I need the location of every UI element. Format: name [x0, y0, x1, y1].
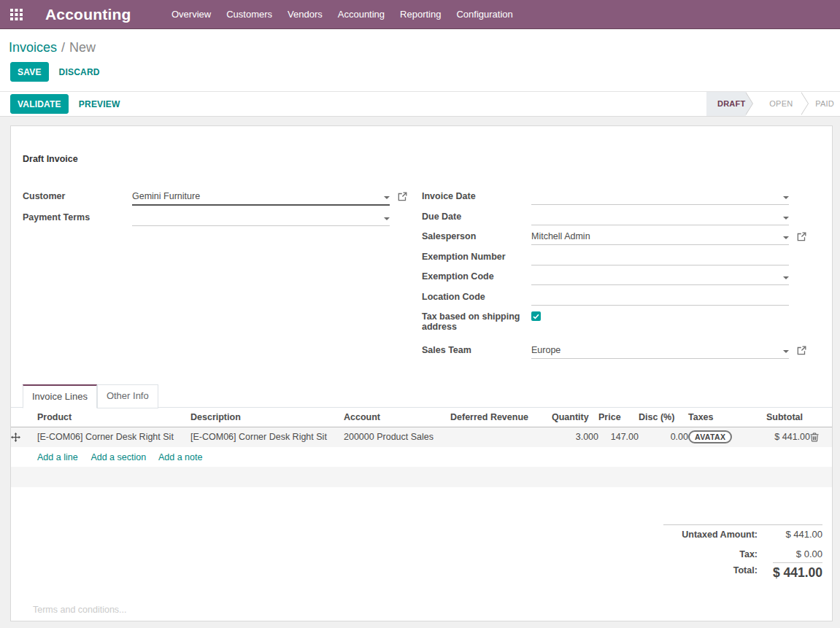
- subtotal-column-header[interactable]: Subtotal: [766, 408, 810, 427]
- save-button[interactable]: SAVE: [10, 62, 49, 82]
- sales-team-label: Sales Team: [422, 344, 531, 355]
- exemption-code-input[interactable]: [531, 271, 789, 285]
- total-value: $ 441.00: [773, 562, 822, 580]
- customer-dropdown-caret[interactable]: [384, 196, 390, 199]
- terms-placeholder[interactable]: Terms and conditions...: [33, 605, 127, 615]
- empty-cell: [11, 467, 832, 487]
- discount-column-header[interactable]: Disc (%): [639, 408, 688, 427]
- invoice-line-row[interactable]: [E-COM06] Corner Desk Right Sit [E-COM06…: [11, 427, 832, 447]
- exemption-code-caret[interactable]: [783, 276, 789, 279]
- quantity-column-header[interactable]: Quantity: [552, 408, 598, 427]
- add-links-row: Add a line Add a section Add a note: [11, 447, 832, 467]
- form-fields: Customer Gemini Furniture Payment Terms: [23, 190, 832, 365]
- cell-account[interactable]: 200000 Product Sales: [344, 427, 450, 447]
- due-date-caret[interactable]: [783, 217, 789, 220]
- sales-team-dropdown-caret[interactable]: [783, 350, 789, 353]
- cell-price[interactable]: 147.00: [598, 427, 639, 447]
- salesperson-input[interactable]: Mitchell Admin: [531, 230, 789, 245]
- field-invoice-date: Invoice Date: [422, 190, 806, 205]
- cell-product[interactable]: [E-COM06] Corner Desk Right Sit: [37, 427, 190, 447]
- due-date-input[interactable]: [531, 211, 789, 225]
- discard-button[interactable]: DISCARD: [51, 67, 108, 77]
- exemption-code-label: Exemption Code: [422, 271, 531, 282]
- notebook-tabs: Invoice Lines Other Info: [11, 384, 832, 408]
- field-tax-based-shipping: Tax based on shipping address: [422, 311, 806, 332]
- trash-icon: [810, 433, 819, 442]
- tab-invoice-lines[interactable]: Invoice Lines: [23, 384, 97, 408]
- content-area: Draft Invoice Customer Gemini Furniture: [0, 117, 840, 628]
- status-open[interactable]: OPEN: [746, 92, 801, 116]
- taxes-column-header[interactable]: Taxes: [688, 408, 766, 427]
- payment-terms-dropdown-caret[interactable]: [384, 217, 390, 220]
- customer-label: Customer: [23, 190, 132, 201]
- menu-vendors[interactable]: Vendors: [280, 0, 331, 29]
- customer-value: Gemini Furniture: [132, 190, 390, 202]
- add-links-cell: Add a line Add a section Add a note: [11, 447, 832, 467]
- field-exemption-code: Exemption Code: [422, 271, 806, 285]
- total-label: Total:: [663, 562, 758, 575]
- salesperson-external-link-icon[interactable]: [797, 232, 806, 241]
- menu-reporting[interactable]: Reporting: [393, 0, 449, 29]
- status-draft[interactable]: DRAFT: [706, 92, 746, 116]
- preview-button[interactable]: PREVIEW: [71, 99, 128, 109]
- apps-grid-icon[interactable]: [10, 9, 23, 20]
- app-title[interactable]: Accounting: [45, 6, 131, 23]
- add-a-line-link[interactable]: Add a line: [37, 452, 78, 462]
- menu-customers[interactable]: Customers: [219, 0, 280, 29]
- breadcrumb-invoices-link[interactable]: Invoices: [9, 40, 57, 55]
- cell-subtotal[interactable]: $ 441.00: [766, 427, 810, 447]
- sheet-title: Draft Invoice: [23, 154, 832, 164]
- cell-taxes[interactable]: AVATAX: [688, 427, 766, 447]
- status-draft-label: DRAFT: [717, 99, 745, 108]
- menu-accounting[interactable]: Accounting: [330, 0, 392, 29]
- field-exemption-number: Exemption Number: [422, 251, 806, 265]
- cell-quantity[interactable]: 3.000: [552, 427, 598, 447]
- account-column-header[interactable]: Account: [344, 408, 450, 427]
- menu-configuration[interactable]: Configuration: [449, 0, 520, 29]
- status-paid-label: PAID: [815, 99, 834, 108]
- salesperson-dropdown-caret[interactable]: [783, 236, 789, 239]
- untaxed-amount-row: Untaxed Amount: $ 441.00: [663, 530, 822, 540]
- status-arrows: DRAFT OPEN PAID: [706, 92, 840, 116]
- avatax-badge[interactable]: AVATAX: [688, 430, 732, 443]
- cell-deferred-revenue[interactable]: [450, 427, 552, 447]
- invoice-date-caret[interactable]: [783, 196, 789, 199]
- customer-input[interactable]: Gemini Furniture: [132, 190, 390, 206]
- product-column-header[interactable]: Product: [37, 408, 190, 427]
- exemption-number-input[interactable]: [531, 251, 789, 265]
- tab-other-info[interactable]: Other Info: [97, 384, 158, 408]
- menu-overview[interactable]: Overview: [164, 0, 219, 29]
- sales-team-input[interactable]: Europe: [531, 344, 789, 359]
- sales-team-external-link-icon[interactable]: [797, 346, 806, 355]
- location-code-input[interactable]: [531, 291, 789, 306]
- deferred-revenue-column-header[interactable]: Deferred Revenue: [450, 408, 552, 427]
- status-open-label: OPEN: [769, 99, 793, 108]
- cell-delete[interactable]: [810, 427, 832, 447]
- customer-external-link-icon[interactable]: [398, 192, 407, 201]
- breadcrumb-current: New: [69, 40, 96, 55]
- cell-discount[interactable]: 0.00: [639, 427, 688, 447]
- actions-column-header: [810, 408, 832, 427]
- price-column-header[interactable]: Price: [598, 408, 639, 427]
- tax-based-shipping-checkbox[interactable]: [531, 311, 541, 321]
- top-navbar: Accounting Overview Customers Vendors Ac…: [0, 0, 840, 29]
- row-drag-handle[interactable]: [11, 427, 37, 447]
- cell-description[interactable]: [E-COM06] Corner Desk Right Sit: [190, 427, 344, 447]
- exemption-number-label: Exemption Number: [422, 251, 531, 262]
- table-body: [E-COM06] Corner Desk Right Sit [E-COM06…: [11, 427, 832, 487]
- validate-button[interactable]: VALIDATE: [10, 94, 69, 114]
- tax-based-shipping-label: Tax based on shipping address: [422, 311, 531, 332]
- add-a-section-link[interactable]: Add a section: [90, 452, 146, 462]
- control-panel: Invoices / New SAVE DISCARD: [0, 29, 840, 82]
- handle-column-header: [11, 408, 37, 427]
- description-column-header[interactable]: Description: [190, 408, 344, 427]
- table-header-row: Product Description Account Deferred Rev…: [11, 408, 832, 427]
- total-row: Total: $ 441.00: [663, 562, 822, 580]
- control-buttons: SAVE DISCARD: [10, 62, 840, 82]
- invoice-date-input[interactable]: [531, 190, 789, 205]
- invoice-lines-table: Product Description Account Deferred Rev…: [11, 408, 832, 488]
- drag-arrows-icon: [11, 433, 20, 442]
- untaxed-amount-value: $ 441.00: [773, 530, 822, 539]
- add-a-note-link[interactable]: Add a note: [158, 452, 202, 462]
- payment-terms-input[interactable]: [132, 212, 390, 226]
